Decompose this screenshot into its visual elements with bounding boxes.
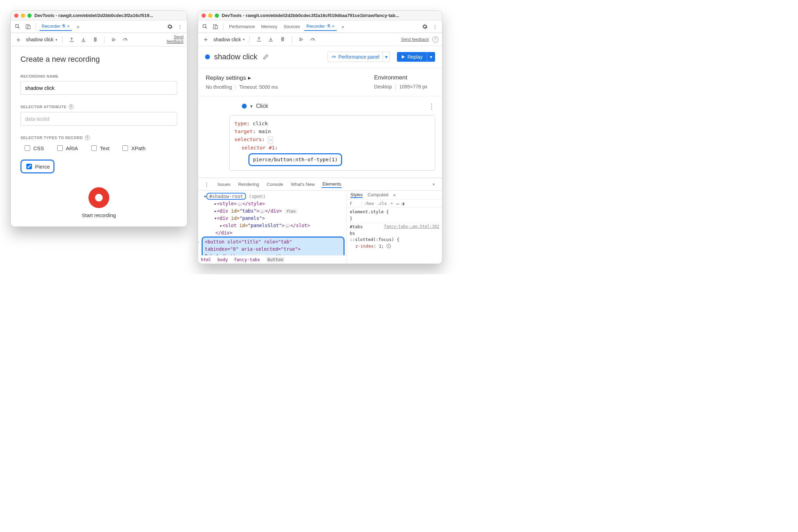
checkbox-text[interactable]: Text	[87, 143, 112, 153]
environment-block: Environment Desktop1095×778 px	[374, 74, 434, 90]
export-icon[interactable]	[255, 35, 263, 44]
replay-button[interactable]: Replay	[397, 52, 427, 62]
checkbox-pierce[interactable]: Pierce	[20, 160, 54, 173]
flex-badge[interactable]: flex	[285, 209, 298, 214]
more-tabs-icon[interactable]: »	[74, 23, 82, 31]
styles-tab-computed[interactable]: Computed	[367, 192, 388, 198]
new-recording-icon[interactable]: ＋	[202, 35, 210, 44]
maximize-window-icon[interactable]	[215, 14, 219, 18]
import-icon[interactable]	[79, 35, 87, 44]
checkbox-css-input[interactable]	[25, 145, 30, 151]
crumb-html[interactable]: html	[201, 257, 211, 262]
recording-select-label[interactable]: shadow click	[213, 37, 241, 42]
help-icon[interactable]: ?	[85, 135, 90, 140]
drawer-tab-issues[interactable]: Issues	[217, 181, 231, 188]
hov-toggle[interactable]: :hov	[362, 201, 374, 206]
settings-icon[interactable]	[421, 23, 429, 31]
selected-element[interactable]: <button slot="title" role="tab" tabindex…	[202, 237, 345, 255]
speed-icon[interactable]	[121, 35, 129, 44]
replay-settings-header[interactable]: Replay settings ▸	[206, 74, 285, 81]
export-icon[interactable]	[67, 35, 76, 44]
styles-filter-input[interactable]	[349, 201, 359, 206]
checkbox-pierce-input[interactable]	[26, 164, 32, 169]
minimize-window-icon[interactable]	[208, 14, 212, 18]
checkbox-aria[interactable]: ARIA	[53, 143, 81, 153]
chevron-down-icon[interactable]: ▾	[56, 38, 57, 42]
tab-recorder[interactable]: Recorder ⚗ ×	[40, 22, 72, 31]
send-feedback-link[interactable]: Send feedback	[401, 37, 429, 42]
close-window-icon[interactable]	[14, 14, 18, 18]
inspect-element-icon[interactable]	[14, 23, 22, 31]
drawer-tab-whatsnew[interactable]: What's New	[290, 181, 315, 188]
chevron-down-icon[interactable]: ▾	[243, 37, 245, 41]
crumb-button[interactable]: button	[266, 257, 285, 262]
kebab-menu-icon[interactable]: ⋮	[431, 23, 439, 31]
titlebar: DevTools - rawgit.com/ebidel/2d2bb0cdec3…	[11, 11, 187, 20]
delete-icon[interactable]	[278, 35, 287, 44]
tab-sources[interactable]: Sources	[281, 23, 302, 31]
checkbox-text-input[interactable]	[91, 145, 97, 151]
source-link[interactable]: fancy-tabs-…mo.html:302	[384, 224, 439, 230]
settings-icon[interactable]	[165, 23, 174, 31]
maximize-window-icon[interactable]	[27, 14, 32, 18]
drawer-tab-rendering[interactable]: Rendering	[238, 181, 260, 188]
selector-value[interactable]: pierce/button:nth-of-type(1)	[248, 153, 342, 166]
more-tabs-icon[interactable]: »	[393, 192, 396, 198]
replay-dropdown[interactable]: ▾	[427, 52, 435, 62]
close-window-icon[interactable]	[202, 14, 206, 18]
edit-icon[interactable]	[262, 53, 270, 61]
new-style-rule-icon[interactable]: ＋	[390, 200, 394, 206]
recording-name-input[interactable]	[20, 81, 177, 95]
help-icon[interactable]: ?	[432, 36, 439, 43]
import-icon[interactable]	[266, 35, 275, 44]
tab-performance[interactable]: Performance	[227, 23, 257, 31]
step-menu-icon[interactable]: ⋮	[428, 102, 435, 110]
info-icon[interactable]: ⓘ	[387, 243, 391, 249]
tab-memory[interactable]: Memory	[259, 23, 279, 31]
checkbox-css[interactable]: CSS	[20, 143, 47, 153]
computed-styles-icon[interactable]: ▭	[397, 201, 399, 206]
toggle-sidebar-icon[interactable]: ◨	[402, 201, 404, 206]
speed-icon[interactable]	[308, 35, 317, 44]
delete-icon[interactable]	[91, 35, 99, 44]
close-drawer-icon[interactable]: ×	[430, 180, 438, 188]
settings-row: Replay settings ▸ No throttlingTimeout: …	[198, 68, 442, 96]
minimize-window-icon[interactable]	[21, 14, 25, 18]
step-header[interactable]: ▾ Click ⋮	[198, 101, 442, 112]
kebab-menu-icon[interactable]: ⋮	[176, 23, 184, 31]
styles-tab-styles[interactable]: Styles	[350, 192, 363, 198]
checkbox-aria-input[interactable]	[57, 145, 63, 151]
elements-tree[interactable]: ▾#shadow-root (open) ▸<style>…</style> ▸…	[198, 191, 347, 255]
drawer-menu-icon[interactable]: ⋮	[202, 180, 211, 188]
recording-select-label[interactable]: shadow click	[26, 37, 53, 42]
new-recording-icon[interactable]: ＋	[14, 35, 23, 44]
drawer-tab-elements[interactable]: Elements	[322, 181, 342, 188]
performance-panel-dropdown[interactable]: ▾	[383, 52, 390, 62]
play-icon[interactable]	[109, 35, 118, 44]
tab-recorder[interactable]: Recorder ⚗ ×	[304, 22, 337, 31]
slot-badge[interactable]: ⬚ slot	[247, 255, 264, 256]
play-icon[interactable]	[297, 35, 305, 44]
send-feedback-link[interactable]: Send feedback	[166, 35, 184, 44]
checkbox-xpath-input[interactable]	[122, 145, 128, 151]
cls-toggle[interactable]: .cls	[377, 201, 387, 206]
close-tab-icon[interactable]: ×	[332, 24, 335, 29]
performance-panel-button[interactable]: Performance panel	[328, 52, 383, 62]
drawer-tab-console[interactable]: Console	[266, 181, 284, 188]
select-element-icon[interactable]: ⬚	[268, 136, 273, 144]
crumb-body[interactable]: body	[218, 257, 228, 262]
inspect-element-icon[interactable]	[201, 23, 209, 31]
ellipsis-icon[interactable]: ⋯	[198, 239, 199, 246]
crumb-fancy-tabs[interactable]: fancy-tabs	[234, 257, 260, 262]
help-icon[interactable]: ?	[69, 104, 74, 109]
styles-body[interactable]: element.style { } fancy-tabs-…mo.html:30…	[347, 207, 442, 251]
device-toolbar-icon[interactable]	[24, 23, 32, 31]
record-button[interactable]	[88, 187, 109, 208]
device-toolbar-icon[interactable]	[211, 23, 220, 31]
divider	[36, 23, 36, 30]
chevron-down-icon[interactable]: ▾	[250, 103, 253, 109]
checkbox-xpath[interactable]: XPath	[118, 143, 148, 153]
close-tab-icon[interactable]: ×	[67, 24, 70, 29]
selector-attribute-input[interactable]	[20, 112, 177, 126]
more-tabs-icon[interactable]: »	[339, 23, 347, 31]
